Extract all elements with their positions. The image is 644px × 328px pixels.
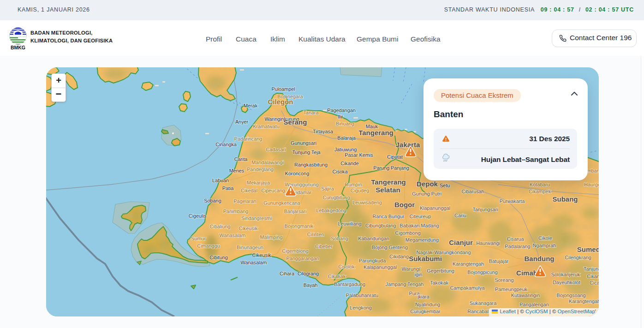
svg-text:Bogor: Bogor — [394, 201, 415, 209]
svg-text:Leuwiliang: Leuwiliang — [338, 221, 362, 227]
svg-text:Cirinten: Cirinten — [307, 232, 324, 237]
svg-text:Koroncong: Koroncong — [285, 171, 309, 176]
svg-text:Bojongmanik: Bojongmanik — [285, 223, 314, 229]
svg-text:Cisarua: Cisarua — [507, 236, 524, 242]
svg-text:Curugkembar: Curugkembar — [410, 309, 441, 314]
svg-text:igin: igin — [415, 272, 423, 277]
svg-text:Cimanggu: Cimanggu — [197, 243, 220, 249]
svg-text:Pangalengan: Pangalengan — [519, 302, 549, 307]
svg-text:Carita: Carita — [234, 156, 248, 162]
svg-text:Cikakak: Cikakak — [328, 274, 346, 279]
svg-text:Kramatwatu: Kramatwatu — [253, 124, 280, 129]
svg-text:Puloampel: Puloampel — [271, 86, 295, 92]
svg-text:Takokak: Takokak — [430, 280, 448, 286]
svg-text:Serang: Serang — [284, 118, 307, 126]
svg-text:Bandung: Bandung — [525, 255, 555, 262]
svg-text:Parungkuda: Parungkuda — [359, 258, 386, 263]
svg-text:Kotabaru: Kotabaru — [530, 182, 550, 187]
svg-text:Gunungsari: Gunungsari — [291, 140, 316, 146]
svg-text:Padalarang: Padalarang — [505, 244, 530, 249]
svg-text:Rangkasbitung: Rangkasbitung — [294, 162, 328, 167]
svg-text:Cigemblong: Cigemblong — [282, 248, 309, 254]
svg-text:Cibeber: Cibeber — [315, 244, 333, 249]
svg-text:Menes: Menes — [229, 168, 244, 173]
svg-text:Cariu: Cariu — [454, 213, 466, 218]
svg-text:Tangerang: Tangerang — [371, 178, 406, 186]
svg-text:Labuan: Labuan — [212, 178, 229, 183]
svg-text:Cikan: Cikan — [587, 274, 599, 279]
svg-text:Haurge: Haurge — [584, 182, 599, 187]
svg-text:Cical: Cical — [590, 280, 599, 286]
svg-text:Binuang: Binuang — [336, 121, 354, 126]
svg-text:Karangtengah: Karangtengah — [569, 298, 599, 304]
svg-text:Warung(: Warung( — [401, 266, 421, 272]
svg-text:Batujajar: Batujajar — [489, 258, 509, 264]
svg-text:Padarincang: Padarincang — [234, 136, 262, 142]
svg-text:Cihara: Cihara — [280, 271, 295, 276]
svg-text:Cilegon: Cilegon — [268, 98, 293, 106]
svg-text:Parung Panjang: Parung Panjang — [373, 165, 409, 171]
svg-text:Sobang: Sobang — [331, 236, 348, 241]
svg-text:Sumeda: Sumeda — [577, 245, 599, 253]
svg-text:Kutawaringin: Kutawaringin — [511, 292, 540, 298]
svg-text:Cinangka: Cinangka — [215, 142, 237, 147]
svg-text:Curugbitung: Curugbitung — [323, 195, 350, 200]
svg-text:Cibungbulang: Cibungbulang — [365, 223, 396, 228]
svg-text:Binunageun: Binunageun — [237, 245, 263, 250]
svg-text:Soreang: Soreang — [495, 277, 514, 283]
svg-text:Tirtayasa: Tirtayasa — [313, 129, 334, 134]
svg-text:Lengkong: Lengkong — [350, 305, 372, 310]
svg-text:Merak: Merak — [244, 103, 258, 108]
svg-text:Selatan: Selatan — [376, 186, 400, 194]
svg-text:Purwakarta: Purwakarta — [500, 198, 525, 204]
svg-text:Bayah: Bayah — [304, 282, 318, 288]
svg-text:Solokanjeruk: Solokanjeruk — [551, 272, 580, 277]
svg-text:Gegerbitung: Gegerbitung — [427, 268, 454, 274]
svg-text:Babakan Madang: Babakan Madang — [400, 223, 439, 228]
svg-text:Jatiuwung: Jatiuwung — [334, 147, 357, 152]
svg-text:Palabuhanratu: Palabuhanratu — [346, 292, 378, 298]
svg-text:Ranca Bungur: Ranca Bungur — [372, 214, 405, 219]
svg-text:mban: mban — [587, 168, 599, 173]
svg-text:Sindangresmi: Sindangresmi — [241, 215, 272, 221]
svg-text:Cigombong: Cigombong — [395, 230, 420, 236]
svg-text:Cianjur: Cianjur — [449, 239, 473, 246]
svg-text:Cibarusah: Cibarusah — [461, 189, 484, 194]
svg-text:Rancabal: Rancabal — [467, 309, 489, 314]
svg-text:Rumpin: Rumpin — [345, 182, 362, 187]
svg-text:Cigudeg: Cigudeg — [351, 188, 369, 193]
svg-text:Cibaliung: Cibaliung — [210, 224, 231, 229]
svg-text:Pagelaran: Pagelaran — [233, 198, 256, 204]
svg-text:Cikole: Cikole — [538, 235, 552, 241]
svg-text:Cisolok: Cisolok — [338, 264, 355, 269]
svg-text:Ilir: Ilir — [338, 114, 343, 119]
svg-text:Tangerang: Tangerang — [358, 129, 394, 137]
svg-text:Mekarjaya: Mekarjaya — [247, 180, 270, 185]
svg-text:Wanasalam: Wanasalam — [241, 260, 267, 265]
svg-text:Cibitung: Cibitung — [209, 255, 228, 260]
svg-text:Pagedangan: Pagedangan — [327, 107, 355, 113]
svg-text:Citeureup: Citeureup — [410, 214, 431, 219]
svg-text:Pandeglang: Pandeglang — [247, 167, 274, 172]
svg-text:Ciputat: Ciputat — [387, 154, 403, 160]
svg-text:Bantargadung: Bantargadung — [334, 281, 365, 287]
svg-text:Bojongpicung: Bojongpicung — [467, 269, 497, 275]
svg-text:Tanara: Tanara — [303, 110, 319, 115]
svg-text:Cadasari: Cadasari — [266, 147, 286, 152]
svg-text:Cigeulis: Cigeulis — [189, 213, 207, 219]
svg-text:Bojong Genteng: Bojong Genteng — [372, 245, 408, 250]
svg-text:Sobang: Sobang — [204, 198, 221, 203]
svg-text:Subang: Subang — [553, 195, 578, 203]
svg-text:Klapanunggal: Klapanunggal — [420, 205, 450, 211]
svg-text:Cilengkrang: Cilengkrang — [565, 255, 591, 260]
svg-text:Megamendung: Megamendung — [405, 237, 439, 243]
svg-text:Sumur: Sumur — [191, 236, 206, 241]
svg-text:Warunggunung: Warunggunung — [285, 182, 319, 187]
svg-text:Kabandungan: Kabandungan — [358, 236, 389, 241]
svg-text:Karangtengah: Karangtengah — [453, 261, 484, 267]
svg-text:Tanjungsari: Tanjungsari — [472, 207, 498, 212]
svg-text:Setu: Setu — [440, 183, 450, 188]
svg-text:Cikidang: Cikidang — [389, 254, 409, 259]
svg-text:Cilograng: Cilograng — [298, 271, 319, 276]
svg-text:Pameungpeuk: Pameungpeuk — [495, 286, 527, 292]
